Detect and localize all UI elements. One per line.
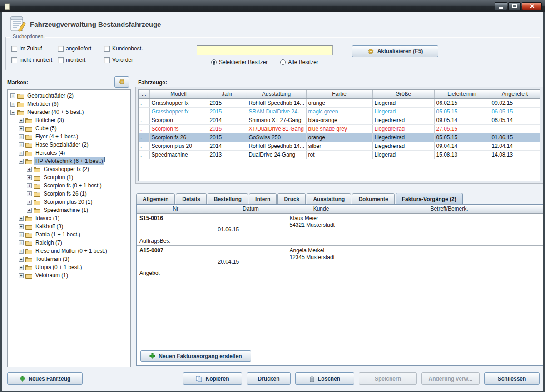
tree-item[interactable]: +Hercules (4) bbox=[8, 149, 130, 157]
vehicle-row[interactable]: .Scorpion fs2015XT/DualDrive 81-Gangblue… bbox=[139, 124, 540, 133]
tree-expander-icon[interactable]: + bbox=[19, 151, 24, 156]
tree-item[interactable]: −HP Velotechnik (6 + 1 best.) bbox=[8, 157, 130, 165]
faktura-column-header[interactable]: Datum bbox=[215, 205, 287, 213]
checkbox-box-icon[interactable] bbox=[58, 46, 64, 52]
new-vehicle-button[interactable]: Neues Fahrzeug bbox=[7, 372, 83, 385]
tree-item[interactable]: +Scorpion fs 26 (1) bbox=[8, 190, 130, 198]
vehicle-row[interactable]: .Scorpion fs 262015GoSwiss 250orangeLieg… bbox=[139, 133, 540, 142]
vehicles-column-header[interactable]: Liefertermin bbox=[434, 90, 490, 98]
vehicles-column-header[interactable]: Farbe bbox=[306, 90, 372, 98]
tree-item[interactable]: +Böttcher (3) bbox=[8, 116, 130, 124]
vehicle-row[interactable]: .Scorpion2014Shimano XT 27-Gangblau-oran… bbox=[139, 116, 540, 124]
owner-radio[interactable]: Alle Besitzer bbox=[280, 59, 318, 65]
checkbox-box-icon[interactable] bbox=[11, 57, 17, 63]
tab-details[interactable]: Details bbox=[176, 193, 206, 205]
tree-expander-icon[interactable]: + bbox=[27, 200, 32, 205]
faktura-row[interactable]: S15-0016AuftragsBes.01.06.15Klaus Meier5… bbox=[137, 213, 543, 245]
checkbox-box-icon[interactable] bbox=[104, 57, 110, 63]
tree-expander-icon[interactable]: + bbox=[19, 118, 24, 123]
search-checkbox[interactable]: Vororder bbox=[104, 57, 155, 63]
tab-dokumente[interactable]: Dokumente bbox=[352, 193, 394, 205]
checkbox-box-icon[interactable] bbox=[104, 46, 110, 52]
faktura-column-header[interactable]: Kunde bbox=[287, 205, 356, 213]
tree-item[interactable]: +Flyer (4 + 1 best.) bbox=[8, 132, 130, 141]
tree-expander-icon[interactable]: + bbox=[10, 93, 15, 98]
new-faktura-button[interactable]: Neuen Fakturavorgang erstellen bbox=[140, 350, 251, 362]
tab-faktura-vorg-nge-2-[interactable]: Faktura-Vorgänge (2) bbox=[396, 193, 463, 205]
tree-expander-icon[interactable]: + bbox=[27, 191, 32, 196]
tree-item[interactable]: +Kalkhoff (3) bbox=[8, 222, 130, 230]
vehicle-row[interactable]: .Grasshopper fx2015SRAM DualDrive 24-...… bbox=[139, 107, 540, 116]
search-checkbox[interactable]: im Zulauf bbox=[11, 45, 58, 52]
tree-expander-icon[interactable]: + bbox=[19, 224, 24, 229]
tree-expander-icon[interactable]: + bbox=[19, 249, 24, 254]
tree-item[interactable]: +Gebrauchträder (2) bbox=[8, 92, 130, 100]
vehicle-row[interactable]: .Scorpion plus 202014Rohloff Speedhub 14… bbox=[139, 142, 540, 150]
search-checkbox[interactable]: nicht montiert bbox=[11, 57, 58, 63]
maximize-button[interactable] bbox=[508, 2, 521, 10]
tree-expander-icon[interactable]: + bbox=[27, 167, 32, 172]
search-checkbox[interactable]: Kundenbest. bbox=[104, 45, 155, 52]
tree-expander-icon[interactable]: + bbox=[27, 175, 32, 180]
speichern-button[interactable]: Speichern bbox=[359, 372, 417, 385]
tree-item[interactable]: −Neuräder (40 + 5 best.) bbox=[8, 108, 130, 116]
kopieren-button[interactable]: Kopieren bbox=[183, 372, 242, 385]
vehicle-row[interactable]: .Speedmachine2013DualDrive 24-GangrotLie… bbox=[139, 150, 540, 159]
tree-item[interactable]: +Idworx (1) bbox=[8, 214, 130, 222]
schliessen-button[interactable]: Schliessen bbox=[484, 372, 540, 385]
l-schen-button[interactable]: Löschen bbox=[295, 372, 354, 385]
tree-expander-icon[interactable]: − bbox=[19, 159, 24, 164]
checkbox-box-icon[interactable] bbox=[58, 57, 64, 63]
minimize-button[interactable] bbox=[495, 2, 507, 10]
tree-item[interactable]: +Cube (5) bbox=[8, 124, 130, 132]
tree-item[interactable]: +Riese und Müller (0 + 1 best.) bbox=[8, 247, 130, 255]
vehicles-column-header[interactable]: Angeliefert bbox=[490, 90, 540, 98]
vehicles-column-header[interactable]: ... bbox=[139, 90, 149, 98]
tree-item[interactable]: +Scorpion (1) bbox=[8, 173, 130, 181]
tree-expander-icon[interactable]: + bbox=[19, 134, 24, 139]
tree-expander-icon[interactable]: − bbox=[10, 110, 15, 115]
tree-item[interactable]: +Patria (1 + 1 best.) bbox=[8, 230, 130, 239]
owner-radio[interactable]: Selektierter Besitzer bbox=[211, 59, 268, 65]
tree-expander-icon[interactable]: + bbox=[19, 126, 24, 131]
tree-expander-icon[interactable]: + bbox=[27, 183, 32, 188]
-nderung-verw--button[interactable]: Änderung verw... bbox=[421, 372, 480, 385]
tab-allgemein[interactable]: Allgemein bbox=[136, 193, 175, 205]
vehicles-column-header[interactable]: Größe bbox=[372, 90, 434, 98]
vehicles-header-row[interactable]: ...ModellJahrAusstattungFarbeGrößeLiefer… bbox=[139, 90, 540, 98]
tree-expander-icon[interactable]: + bbox=[19, 216, 24, 221]
tree-expander-icon[interactable]: + bbox=[19, 265, 24, 270]
tab-ausstattung[interactable]: Ausstattung bbox=[307, 193, 351, 205]
tree-item[interactable]: +Speedmachine (1) bbox=[8, 206, 130, 214]
tree-expander-icon[interactable]: + bbox=[19, 273, 24, 278]
tree-expander-icon[interactable]: + bbox=[10, 102, 15, 107]
tree-item[interactable]: +Mieträder (6) bbox=[8, 100, 130, 108]
tree-expander-icon[interactable]: + bbox=[19, 142, 24, 147]
tree-item[interactable]: +Toutterrain (3) bbox=[8, 255, 130, 263]
faktura-column-header[interactable]: Nr bbox=[137, 205, 215, 213]
tree-item[interactable]: +Raleigh (7) bbox=[8, 239, 130, 247]
titlebar[interactable] bbox=[0, 0, 545, 12]
radio-circle-icon[interactable] bbox=[280, 59, 286, 65]
close-button[interactable] bbox=[522, 2, 542, 10]
tree-item[interactable]: +Grasshopper fx (2) bbox=[8, 165, 130, 173]
refresh-button[interactable]: Aktualisieren (F5) bbox=[352, 45, 438, 57]
tree-item[interactable]: +Scorpion plus 20 (1) bbox=[8, 198, 130, 206]
tree-expander-icon[interactable]: + bbox=[19, 232, 24, 237]
tab-bestellung[interactable]: Bestellung bbox=[208, 193, 248, 205]
tree-item[interactable]: +Scorpion fs (0 + 1 best.) bbox=[8, 181, 130, 190]
vehicle-row[interactable]: .Grasshopper fx2015Rohloff Speedhub 14..… bbox=[139, 98, 540, 107]
search-input[interactable] bbox=[197, 45, 333, 55]
tree-settings-button[interactable] bbox=[114, 76, 129, 88]
tree-expander-icon[interactable]: + bbox=[19, 240, 24, 245]
faktura-column-header[interactable]: Betreff/Bemerk. bbox=[356, 205, 543, 213]
checkbox-box-icon[interactable] bbox=[11, 46, 17, 52]
vehicles-column-header[interactable]: Ausstattung bbox=[247, 90, 306, 98]
vehicles-column-header[interactable]: Modell bbox=[149, 90, 208, 98]
tree-item[interactable]: +Velotraum (1) bbox=[8, 271, 130, 279]
tree-item[interactable]: +Hase Spezialräder (2) bbox=[8, 141, 130, 149]
tab-druck[interactable]: Druck bbox=[277, 193, 306, 205]
faktura-header-row[interactable]: NrDatumKundeBetreff/Bemerk. bbox=[137, 205, 543, 213]
tree-expander-icon[interactable]: + bbox=[27, 208, 32, 213]
radio-circle-icon[interactable] bbox=[211, 59, 217, 65]
